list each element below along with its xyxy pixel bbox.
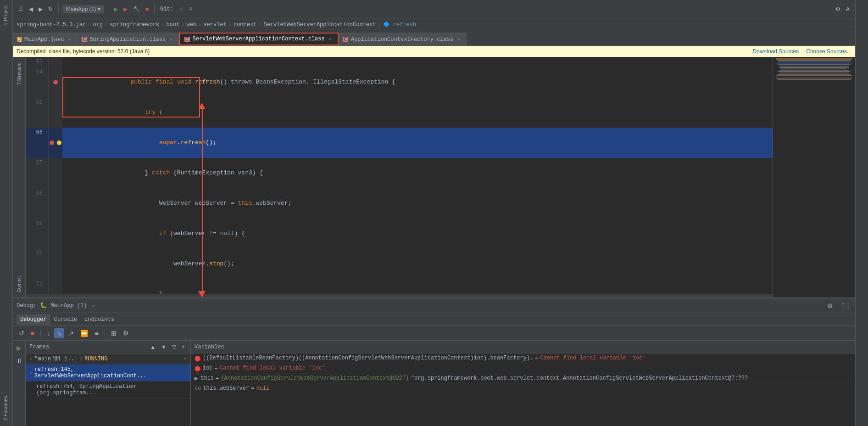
settings-btn[interactable]: ⚙ <box>834 5 842 13</box>
red-arrow-head-up <box>198 103 206 109</box>
tab-springapp[interactable]: C SpringApplication.class ✕ <box>77 33 179 45</box>
refresh-btn[interactable]: ↻ <box>46 5 55 13</box>
run-btn[interactable]: ▶ <box>112 5 120 13</box>
debug-tabs-bar: Debug: 🐛 MainApp (1) ✕ ⚙ ⬛ <box>13 298 855 313</box>
step-into-btn[interactable]: ↘ <box>54 328 64 338</box>
sidebar-favorites[interactable]: 2:Favorites <box>0 390 12 426</box>
debug-panel: Debug: 🐛 MainApp (1) ✕ ⚙ ⬛ Debugger Cons… <box>13 297 855 426</box>
bc-jar[interactable]: spring-boot-2.5.3.jar <box>17 22 86 28</box>
step-out-btn[interactable]: ↗ <box>66 328 76 338</box>
tab-mainapp[interactable]: J MainApp.java ✕ <box>13 33 77 45</box>
debug-session-close[interactable]: ✕ <box>90 303 96 309</box>
git-branch-btn[interactable]: ⑂ <box>187 5 194 13</box>
git-check-btn[interactable]: ✓ <box>177 5 185 13</box>
tab-servletwebserver[interactable]: C ServletWebServerApplicationContext.cla… <box>179 33 338 45</box>
bc-context[interactable]: context <box>234 22 256 28</box>
left-sidebar: 1:Project 2:Favorites <box>0 0 13 426</box>
frame-controls: ▲ ▼ ▽ + <box>148 343 187 351</box>
evaluate-btn[interactable]: ≡ <box>92 328 100 338</box>
show-table-btn[interactable]: ⊞ <box>109 328 119 338</box>
expand-this[interactable]: ▶ <box>195 375 198 382</box>
tab-servletwebserver-close[interactable]: ✕ <box>328 36 333 42</box>
right-structure-panel <box>773 57 855 297</box>
frame-item-1[interactable]: ✓ refresh:145, ServletWebServerApplicati… <box>26 364 190 381</box>
var-item-this: ▶ this = {AnnotationConfigServletWebServ… <box>191 374 855 384</box>
tab-springapp-close[interactable]: ✕ <box>168 36 174 43</box>
restart-btn[interactable]: ↺ <box>17 328 27 338</box>
code-editor[interactable]: 63 64 public final void refresh() throws… <box>26 57 773 297</box>
frame-2-label: refresh:754, SpringApplication (org.spri… <box>36 383 187 396</box>
commit-tab[interactable]: Commit <box>14 271 24 297</box>
menu-btn[interactable]: ☰ <box>17 5 25 13</box>
download-sources-link[interactable]: Download Sources <box>753 48 799 55</box>
endpoints-tab[interactable]: Endpoints <box>81 314 118 325</box>
build-btn[interactable]: 🔨 <box>131 5 142 13</box>
debug-session-info: Debug: 🐛 MainApp (1) ✕ <box>17 302 96 309</box>
choose-sources-link[interactable]: Choose Sources... <box>806 48 851 55</box>
file-tabs-bar: J MainApp.java ✕ C SpringApplication.cla… <box>13 31 855 46</box>
debugger-tab[interactable]: Debugger <box>17 314 50 325</box>
stop-debug-btn[interactable]: ■ <box>28 328 37 338</box>
sidebar-project[interactable]: 1:Project <box>0 0 12 31</box>
bc-boot[interactable]: boot <box>166 22 179 28</box>
tab-servletwebserver-label: ServletWebServerApplicationContext.class <box>193 36 325 42</box>
breadcrumb: spring-boot-2.5.3.jar › org › springfram… <box>13 18 855 31</box>
frames-up-btn[interactable]: ▲ <box>148 343 157 351</box>
thread-status: RUNNING <box>84 356 107 362</box>
thread-item[interactable]: ✓ "main"@1 i... : RUNNING ▾ <box>26 353 190 364</box>
tab-appcontextfactory-close[interactable]: ✕ <box>456 36 462 43</box>
debug-wrapper: ▶ ⏸ Frames ▲ ▼ ▽ + <box>13 341 855 426</box>
debug-settings-btn[interactable]: ⚙ <box>825 301 835 311</box>
resume-btn[interactable]: ▶ <box>15 342 23 353</box>
show-settings-btn[interactable]: ⚙ <box>121 328 131 338</box>
debug-session-name: MainApp (1) <box>50 303 87 309</box>
right-sidebar <box>855 0 868 426</box>
frames-filter-btn[interactable]: ▽ <box>170 343 178 351</box>
code-line-67: 67 } catch (RuntimeException var3) { <box>26 158 773 188</box>
stop-btn[interactable]: ■ <box>144 5 150 13</box>
variables-title: Variables <box>195 344 224 350</box>
bc-method[interactable]: 🔷 refresh <box>383 21 417 28</box>
back-btn[interactable]: ◀ <box>27 5 35 13</box>
bc-org[interactable]: org <box>93 22 103 28</box>
bc-web[interactable]: web <box>187 22 197 28</box>
frame-1-label: refresh:145, ServletWebServerApplication… <box>34 366 187 379</box>
minimap <box>773 57 855 297</box>
exec-marker-66 <box>57 140 61 145</box>
project-selector[interactable]: MainApp (1) ▾ <box>62 5 104 13</box>
forward-btn[interactable]: ▶ <box>37 5 45 13</box>
bc-servlet[interactable]: servlet <box>203 22 226 28</box>
debug-run-btn[interactable]: ▶ <box>122 5 129 13</box>
breakpoint-66[interactable] <box>50 140 54 145</box>
tab-mainapp-label: MainApp.java <box>24 36 64 43</box>
frames-down-btn[interactable]: ▼ <box>159 343 168 351</box>
structure-tab[interactable]: 7:Structure <box>14 57 24 90</box>
frame-item-2[interactable]: refresh:754, SpringApplication (org.spri… <box>26 381 190 398</box>
console-tab[interactable]: Console <box>50 314 81 325</box>
step-over-btn[interactable]: ↓ <box>45 328 52 338</box>
decompiled-links: Download Sources Choose Sources... <box>753 48 851 55</box>
tab-mainapp-close[interactable]: ✕ <box>67 36 72 43</box>
breakpoint-64[interactable] <box>53 80 58 84</box>
editor-hscrollbar[interactable] <box>26 294 773 297</box>
thread-name: "main"@1 i... <box>34 356 78 362</box>
run-to-cursor-btn[interactable]: ⏩ <box>78 328 90 338</box>
error-icon-2: 🔴 <box>195 366 201 372</box>
main-toolbar: ☰ ◀ ▶ ↻ MainApp (1) ▾ ▶ ▶ 🔨 ■ Git: ✓ ⑂ ⚙… <box>13 0 855 18</box>
pause-btn[interactable]: ⏸ <box>14 355 24 366</box>
var-item-error1: 🔴 ((DefaultListableBeanFactory)((Annotat… <box>191 353 855 364</box>
tab-appcontextfactory[interactable]: C ApplicationContextFactory.class ✕ <box>339 33 467 45</box>
debug-toolbar: ↺ ■ ↓ ↘ ↗ ⏩ ≡ ⊞ ⚙ <box>13 326 855 341</box>
debug-sep2 <box>105 330 105 337</box>
editor-area: 7:Structure Commit 63 <box>13 57 855 297</box>
bc-class[interactable]: ServletWebServerApplicationContext <box>264 22 376 28</box>
translate-btn[interactable]: A <box>844 5 851 13</box>
code-line-64: 64 public final void refresh() throws Be… <box>26 67 773 97</box>
app-layout: 1:Project 2:Favorites ☰ ◀ ▶ ↻ MainApp (1… <box>0 0 868 426</box>
bc-springframework[interactable]: springframework <box>110 22 159 28</box>
debug-maximize-btn[interactable]: ⬛ <box>839 301 851 311</box>
variables-list: 🔴 ((DefaultListableBeanFactory)((Annotat… <box>191 353 855 426</box>
var-error1-eq: = <box>535 355 538 361</box>
frames-add-btn[interactable]: + <box>180 343 187 351</box>
webserver-prefix: oo <box>195 385 201 392</box>
